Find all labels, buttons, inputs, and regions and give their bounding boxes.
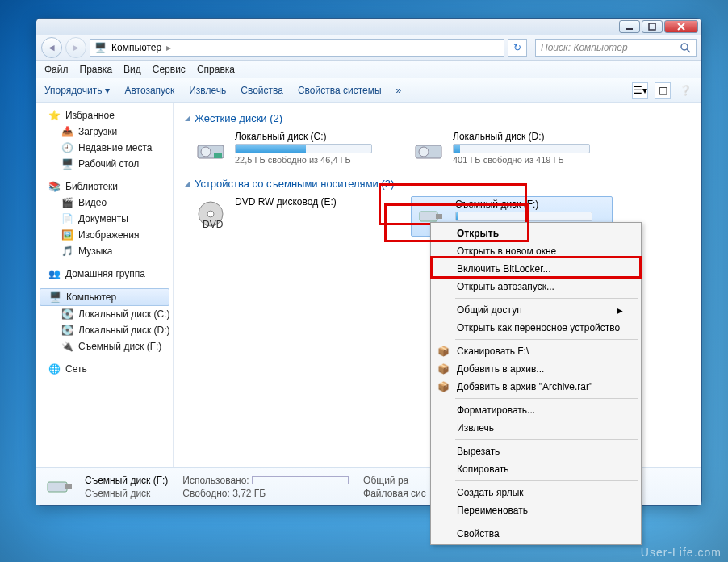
computer-icon: 🖥️ — [94, 41, 107, 54]
ctx-format[interactable]: Форматировать... — [433, 401, 639, 419]
ctx-cut[interactable]: Вырезать — [433, 442, 639, 460]
ctx-eject[interactable]: Извлечь — [433, 419, 639, 437]
view-mode-button[interactable]: ☰▾ — [632, 82, 648, 99]
sidebar-network[interactable]: 🌐Сеть — [36, 361, 173, 377]
ctx-open-autorun[interactable]: Открыть автозапуск... — [433, 278, 639, 296]
ctx-enable-bitlocker[interactable]: Включить BitLocker... — [433, 260, 639, 278]
music-icon: 🎵 — [61, 245, 73, 258]
toolbar-more[interactable]: » — [396, 85, 402, 96]
menu-service[interactable]: Сервис — [153, 64, 186, 75]
watermark: User-Life.com — [641, 546, 722, 559]
drive-dvd[interactable]: DVD DVD RW дисковод (E:) — [193, 196, 387, 237]
hdd-icon — [411, 131, 446, 166]
sidebar-desktop[interactable]: 🖥️Рабочий стол — [36, 156, 173, 172]
svg-line-5 — [687, 49, 690, 52]
desktop-icon: 🖥️ — [61, 157, 73, 170]
ctx-add-archive-named[interactable]: 📦Добавить в архив "Archive.rar" — [433, 378, 639, 396]
sidebar: ⭐Избранное 📥Загрузки 🕘Недавние места 🖥️Р… — [36, 103, 174, 467]
sidebar-music[interactable]: 🎵Музыка — [36, 243, 173, 259]
sidebar-recent[interactable]: 🕘Недавние места — [36, 140, 173, 156]
toolbar-eject[interactable]: Извлечь — [189, 85, 226, 96]
drive-c[interactable]: Локальный диск (C:) 22,5 ГБ свободно из … — [193, 131, 387, 166]
maximize-button[interactable] — [642, 20, 663, 33]
ctx-open[interactable]: Открыть — [433, 224, 639, 242]
svg-rect-1 — [649, 23, 655, 30]
menu-help[interactable]: Справка — [197, 64, 235, 75]
dvd-icon: DVD — [193, 196, 228, 232]
computer-icon: 🖥️ — [48, 291, 61, 304]
winrar-icon: 📦 — [436, 362, 450, 376]
hdd-icon: 💽 — [61, 308, 73, 321]
svg-rect-17 — [65, 484, 72, 489]
toolbar-organize[interactable]: Упорядочить ▾ — [44, 85, 110, 96]
ctx-rename[interactable]: Переименовать — [433, 501, 639, 519]
menu-edit[interactable]: Правка — [80, 64, 113, 75]
menubar: Файл Правка Вид Сервис Справка — [36, 61, 701, 78]
sidebar-downloads[interactable]: 📥Загрузки — [36, 124, 173, 140]
svg-point-7 — [201, 147, 211, 157]
recent-icon: 🕘 — [61, 141, 73, 154]
ctx-portable-device[interactable]: Открыть как переносное устройство — [433, 319, 639, 337]
pictures-icon: 🖼️ — [61, 229, 73, 241]
address-bar[interactable]: 🖥️ Компьютер ▸ — [90, 39, 504, 57]
usb-icon: 🔌 — [61, 340, 73, 353]
svg-text:DVD: DVD — [203, 219, 224, 230]
svg-rect-14 — [420, 212, 437, 221]
sidebar-libraries[interactable]: 📚Библиотеки — [36, 178, 173, 195]
forward-button[interactable]: ► — [65, 37, 86, 58]
menu-file[interactable]: Файл — [44, 64, 69, 75]
toolbar-sysproperties[interactable]: Свойства системы — [298, 85, 382, 96]
status-title: Съемный диск (F:) — [85, 475, 168, 486]
hdd-icon — [193, 131, 228, 166]
close-button[interactable] — [664, 20, 698, 33]
toolbar-properties[interactable]: Свойства — [241, 85, 283, 96]
titlebar — [36, 19, 701, 35]
drive-d[interactable]: Локальный диск (D:) 401 ГБ свободно из 4… — [411, 131, 605, 166]
sidebar-computer[interactable]: 🖥️Компьютер — [40, 288, 169, 306]
ctx-add-archive[interactable]: 📦Добавить в архив... — [433, 360, 639, 378]
context-menu: Открыть Открыть в новом окне Включить Bi… — [430, 222, 642, 545]
toolbar-autostart[interactable]: Автозапуск — [124, 85, 174, 96]
status-type: Съемный диск — [85, 488, 168, 499]
ctx-copy[interactable]: Копировать — [433, 460, 639, 478]
star-icon: ⭐ — [48, 109, 61, 122]
ctx-share[interactable]: Общий доступ▶ — [433, 301, 639, 319]
sidebar-drive-f[interactable]: 🔌Съемный диск (F:) — [36, 338, 173, 354]
ctx-scan[interactable]: 📦Сканировать F:\ — [433, 342, 639, 360]
sidebar-homegroup[interactable]: 👥Домашняя группа — [36, 266, 173, 282]
network-icon: 🌐 — [48, 363, 61, 375]
winrar-icon: 📦 — [436, 380, 450, 394]
ctx-open-new-window[interactable]: Открыть в новом окне — [433, 242, 639, 260]
libraries-icon: 📚 — [48, 180, 61, 193]
search-input[interactable]: Поиск: Компьютер — [535, 39, 697, 57]
nav-row: ◄ ► 🖥️ Компьютер ▸ ↻ Поиск: Компьютер — [36, 35, 701, 61]
back-button[interactable]: ◄ — [41, 37, 62, 58]
video-icon: 🎬 — [61, 196, 73, 209]
ctx-properties[interactable]: Свойства — [433, 525, 639, 543]
category-hdd[interactable]: Жесткие диски (2) — [185, 112, 690, 124]
usb-drive-icon — [44, 472, 77, 501]
search-icon — [680, 42, 691, 53]
sidebar-pictures[interactable]: 🖼️Изображения — [36, 227, 173, 243]
winrar-icon: 📦 — [436, 344, 450, 359]
sidebar-videos[interactable]: 🎬Видео — [36, 195, 173, 211]
refresh-button[interactable]: ↻ — [508, 39, 527, 57]
svg-point-10 — [419, 147, 429, 157]
hdd-icon: 💽 — [61, 324, 73, 337]
svg-rect-16 — [48, 482, 67, 492]
breadcrumb[interactable]: Компьютер — [111, 42, 161, 53]
preview-pane-button[interactable]: ◫ — [655, 82, 671, 99]
minimize-button[interactable] — [619, 20, 640, 33]
sidebar-drive-c[interactable]: 💽Локальный диск (C:) — [36, 306, 173, 322]
menu-view[interactable]: Вид — [123, 64, 141, 75]
ctx-create-shortcut[interactable]: Создать ярлык — [433, 484, 639, 501]
svg-point-4 — [681, 44, 688, 50]
help-icon[interactable]: ❔ — [677, 82, 693, 99]
category-removable[interactable]: Устройства со съемными носителями (2) — [185, 178, 690, 190]
sidebar-documents[interactable]: 📄Документы — [36, 211, 173, 227]
svg-rect-15 — [436, 214, 442, 219]
toolbar: Упорядочить ▾ Автозапуск Извлечь Свойств… — [36, 78, 701, 103]
homegroup-icon: 👥 — [48, 267, 61, 280]
sidebar-drive-d[interactable]: 💽Локальный диск (D:) — [36, 322, 173, 338]
sidebar-favorites[interactable]: ⭐Избранное — [36, 107, 173, 124]
